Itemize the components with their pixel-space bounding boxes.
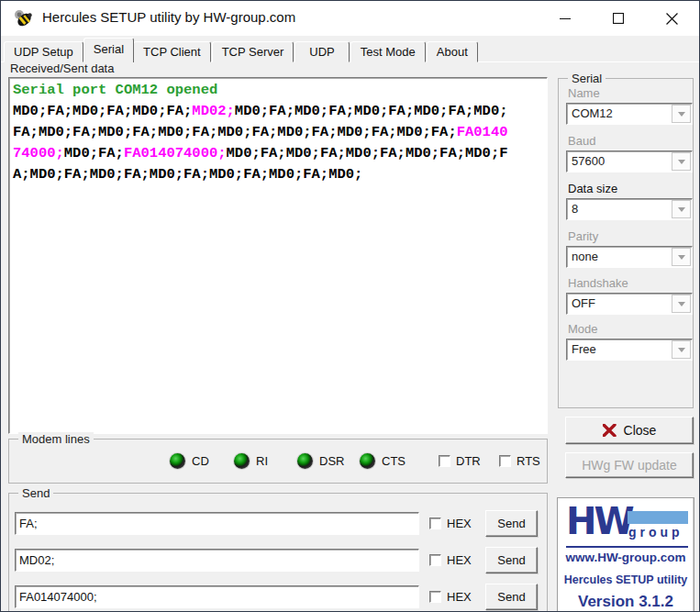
branding-panel: HW group www.HW-group.com Hercules SETUP… bbox=[557, 497, 694, 612]
tab-udp[interactable]: UDP bbox=[294, 41, 349, 62]
maximize-button[interactable] bbox=[597, 1, 639, 36]
handshake-value: OFF bbox=[572, 296, 595, 310]
dsr-led-icon bbox=[297, 453, 313, 469]
cts-indicator: CTS bbox=[360, 453, 406, 469]
minimize-icon bbox=[560, 13, 571, 24]
cd-label: CD bbox=[192, 454, 209, 468]
serial-settings-group: Serial Name COM12 Baud 57600 Data size 8… bbox=[558, 78, 694, 408]
red-x-icon bbox=[603, 424, 617, 437]
data-size-combobox[interactable]: 8 bbox=[566, 198, 693, 220]
chevron-down-icon bbox=[678, 302, 685, 306]
close-button-label: Close bbox=[624, 423, 657, 438]
send-button-3[interactable]: Send bbox=[485, 584, 538, 610]
name-label: Name bbox=[568, 86, 600, 100]
modem-lines-group: Modem lines CD RI DSR CTS DTR RTS bbox=[8, 439, 548, 484]
app-window: Hercules SETUP utility by HW-group.com U… bbox=[0, 0, 700, 612]
app-icon bbox=[13, 8, 33, 28]
hex-label-1: HEX bbox=[447, 517, 472, 530]
send-input-2[interactable] bbox=[15, 549, 419, 572]
send-legend: Send bbox=[18, 486, 53, 500]
hex-checkbox-3[interactable] bbox=[429, 591, 441, 603]
hex-label-3: HEX bbox=[447, 590, 472, 604]
dtr-toggle: DTR bbox=[439, 454, 481, 468]
tab-about[interactable]: About bbox=[427, 41, 478, 62]
chevron-down-icon bbox=[678, 112, 685, 117]
name-combobox[interactable]: COM12 bbox=[566, 103, 693, 125]
close-window-icon bbox=[666, 13, 678, 25]
mode-value: Free bbox=[572, 342, 596, 356]
handshake-label: Handshake bbox=[568, 276, 628, 290]
tab-serial[interactable]: Serial bbox=[83, 38, 134, 62]
minimize-button[interactable] bbox=[544, 1, 586, 36]
hex-checkbox-1[interactable] bbox=[429, 517, 441, 529]
parity-value: none bbox=[572, 250, 598, 263]
cd-indicator: CD bbox=[170, 453, 209, 469]
website-link[interactable]: www.HW-group.com bbox=[558, 551, 694, 564]
hex-toggle-2: HEX bbox=[429, 553, 472, 567]
chevron-down-icon bbox=[678, 207, 685, 212]
ri-indicator: RI bbox=[234, 453, 268, 469]
dsr-label: DSR bbox=[319, 454, 344, 468]
tab-tcp-server[interactable]: TCP Server bbox=[212, 41, 294, 62]
tab-test-mode[interactable]: Test Mode bbox=[350, 41, 426, 62]
cd-led-icon bbox=[170, 453, 185, 469]
baud-combobox[interactable]: 57600 bbox=[566, 150, 693, 172]
logo-divider bbox=[566, 546, 688, 548]
mode-combobox[interactable]: Free bbox=[566, 339, 693, 361]
hex-checkbox-2[interactable] bbox=[429, 554, 441, 566]
tab-udp-setup[interactable]: UDP Setup bbox=[4, 41, 83, 62]
terminal-output[interactable]: Serial port COM12 openedMD0;FA;MD0;FA;MD… bbox=[8, 77, 548, 434]
send-input-1[interactable] bbox=[15, 512, 419, 535]
window-title: Hercules SETUP utility by HW-group.com bbox=[42, 9, 295, 25]
close-window-button[interactable] bbox=[650, 1, 693, 36]
parity-dropdown-button[interactable] bbox=[672, 248, 691, 266]
tabstrip: UDP Setup Serial TCP Client TCP Server U… bbox=[4, 39, 479, 62]
ri-label: RI bbox=[256, 454, 268, 468]
rts-toggle: RTS bbox=[499, 454, 540, 468]
chevron-down-icon bbox=[678, 160, 685, 164]
app-name-text: Hercules SETUP utility bbox=[558, 573, 694, 586]
mode-dropdown-button[interactable] bbox=[672, 340, 691, 359]
rts-label: RTS bbox=[517, 454, 540, 468]
baud-value: 57600 bbox=[572, 154, 605, 168]
handshake-combobox[interactable]: OFF bbox=[566, 293, 693, 315]
logo-blue-bar bbox=[628, 511, 688, 524]
hw-logo: HW bbox=[566, 500, 632, 542]
parity-label: Parity bbox=[568, 229, 598, 243]
hex-toggle-1: HEX bbox=[429, 517, 472, 530]
send-button-1[interactable]: Send bbox=[485, 510, 538, 537]
data-size-label: Data size bbox=[568, 182, 617, 195]
close-button[interactable]: Close bbox=[565, 417, 694, 444]
dtr-label: DTR bbox=[456, 454, 481, 468]
ri-led-icon bbox=[234, 453, 250, 469]
parity-combobox[interactable]: none bbox=[566, 246, 693, 268]
chevron-down-icon bbox=[678, 255, 685, 260]
hex-toggle-3: HEX bbox=[429, 590, 472, 604]
handshake-dropdown-button[interactable] bbox=[672, 295, 691, 313]
cts-led-icon bbox=[360, 453, 375, 469]
received-sent-label: Received/Sent data bbox=[10, 61, 114, 75]
data-size-dropdown-button[interactable] bbox=[672, 200, 691, 218]
cts-label: CTS bbox=[382, 454, 406, 468]
logo-group-text: group bbox=[628, 525, 683, 540]
send-group: Send HEX Send HEX Send HEX Send bbox=[8, 493, 548, 612]
dsr-indicator: DSR bbox=[297, 453, 344, 469]
modem-lines-legend: Modem lines bbox=[18, 432, 94, 446]
chevron-down-icon bbox=[678, 348, 685, 352]
version-text: Version 3.1.2 bbox=[558, 593, 694, 611]
data-size-value: 8 bbox=[572, 202, 578, 216]
rts-checkbox[interactable] bbox=[499, 455, 511, 467]
titlebar: Hercules SETUP utility by HW-group.com bbox=[1, 1, 699, 36]
baud-label: Baud bbox=[568, 134, 595, 148]
hex-label-2: HEX bbox=[447, 553, 472, 567]
fw-update-button: HWg FW update bbox=[565, 452, 694, 478]
tab-tcp-client[interactable]: TCP Client bbox=[133, 41, 211, 62]
name-dropdown-button[interactable] bbox=[672, 105, 691, 123]
send-input-3[interactable] bbox=[15, 585, 419, 608]
dtr-checkbox[interactable] bbox=[439, 455, 450, 467]
maximize-icon bbox=[613, 13, 624, 24]
serial-legend: Serial bbox=[568, 72, 606, 85]
send-button-2[interactable]: Send bbox=[485, 547, 538, 573]
baud-dropdown-button[interactable] bbox=[672, 152, 691, 171]
name-value: COM12 bbox=[572, 106, 613, 120]
